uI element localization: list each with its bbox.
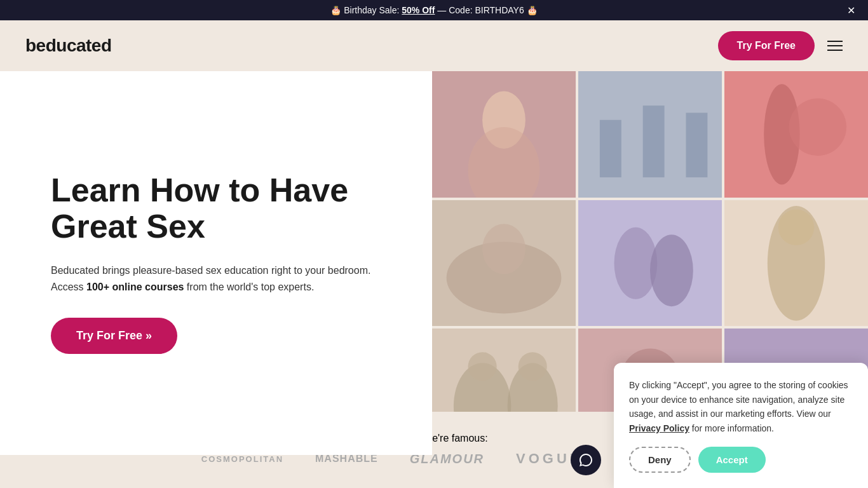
hamburger-line-1 (827, 41, 843, 42)
cookie-deny-button[interactable]: Deny (629, 447, 691, 473)
header: beducated Try For Free (0, 20, 868, 71)
header-try-free-button[interactable]: Try For Free (718, 31, 815, 60)
logo[interactable]: beducated (25, 36, 112, 56)
hero-subtitle: Beducated brings pleasure-based sex educ… (51, 262, 381, 295)
grid-image-3 (724, 71, 868, 198)
cookie-buttons: Deny Accept (629, 447, 853, 473)
svg-rect-10 (432, 200, 576, 327)
cookie-accept-button[interactable]: Accept (698, 447, 766, 473)
grid-image-1 (432, 71, 576, 198)
svg-rect-3 (578, 71, 722, 198)
svg-rect-16 (724, 200, 868, 327)
grid-image-5 (578, 200, 722, 327)
svg-rect-6 (686, 112, 708, 177)
svg-rect-5 (643, 105, 665, 177)
svg-point-22 (468, 353, 497, 381)
svg-point-2 (468, 127, 540, 198)
grid-image-2 (578, 71, 722, 198)
svg-rect-4 (600, 120, 621, 177)
hero-title: Learn How to Have Great Sex (51, 172, 381, 245)
cookie-consent-panel: By clicking "Accept", you agree to the s… (614, 363, 868, 488)
banner-text: 🎂 Birthday Sale: 50% Off — Code: BIRTHDA… (330, 5, 537, 15)
svg-point-15 (650, 234, 693, 306)
hero-left-panel: Learn How to Have Great Sex Beducated br… (0, 71, 432, 455)
grid-image-6 (724, 200, 868, 327)
hamburger-line-2 (827, 45, 843, 46)
svg-rect-13 (578, 200, 722, 327)
grid-image-4 (432, 200, 576, 327)
chat-button[interactable] (571, 445, 601, 475)
hamburger-line-3 (827, 50, 843, 51)
svg-point-8 (764, 84, 800, 184)
banner-discount: 50% Off (402, 5, 435, 15)
svg-point-12 (482, 224, 526, 274)
logo-cosmopolitan: COSMOPOLITAN (201, 454, 283, 464)
hero-cta-button[interactable]: Try For Free » (51, 318, 177, 354)
hero-bold-text: 100+ online courses (86, 281, 184, 292)
header-actions: Try For Free (718, 31, 843, 60)
svg-point-17 (768, 206, 825, 321)
svg-rect-7 (724, 71, 868, 198)
privacy-policy-link[interactable]: Privacy Policy (629, 423, 689, 433)
chat-icon (578, 452, 593, 468)
svg-point-23 (519, 353, 547, 381)
svg-point-18 (778, 209, 815, 245)
svg-point-9 (789, 98, 846, 156)
svg-rect-0 (432, 71, 576, 198)
cookie-text: By clicking "Accept", you agree to the s… (629, 378, 853, 435)
svg-point-11 (447, 241, 562, 313)
hamburger-menu-button[interactable] (827, 41, 843, 51)
svg-point-1 (482, 92, 526, 149)
banner-close-button[interactable]: ✕ (847, 4, 855, 17)
svg-point-14 (614, 227, 658, 299)
top-banner: 🎂 Birthday Sale: 50% Off — Code: BIRTHDA… (0, 0, 868, 20)
